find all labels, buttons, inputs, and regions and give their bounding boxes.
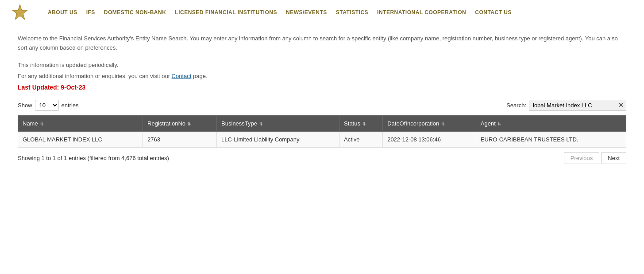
main-content: Welcome to the Financial Services Author… (0, 25, 644, 177)
contact-info: For any additional information or enquir… (18, 73, 626, 79)
search-input[interactable] (529, 100, 626, 111)
table-row: GLOBAL MARKET INDEX LLC2763LLC-Limited L… (18, 131, 626, 147)
entries-label: entries (62, 102, 79, 109)
cell-status: Active (339, 131, 383, 147)
table-footer: Showing 1 to 1 of 1 entries (filtered fr… (18, 152, 626, 164)
table-body: GLOBAL MARKET INDEX LLC2763LLC-Limited L… (18, 131, 626, 147)
last-updated: Last Updated: 9-Oct-23 (18, 84, 626, 91)
cell-businessType: LLC-Limited Liability Company (217, 131, 339, 147)
sort-icon-name: ⇅ (40, 121, 43, 126)
clear-search-icon[interactable]: ✕ (618, 102, 624, 109)
data-table: Name⇅RegistrationNo⇅BusinessType⇅Status⇅… (18, 115, 626, 148)
updated-info: This information is updated periodically… (18, 62, 626, 68)
logo-area (9, 4, 35, 21)
sort-icon-regNo: ⇅ (187, 121, 191, 126)
main-nav: ABOUT USIFSDOMESTIC NON-BANKLICENSED FIN… (43, 8, 635, 17)
nav-bar: ABOUT USIFSDOMESTIC NON-BANKLICENSED FIN… (0, 0, 644, 25)
col-header-regNo[interactable]: RegistrationNo⇅ (143, 115, 217, 131)
table-header-row: Name⇅RegistrationNo⇅BusinessType⇅Status⇅… (18, 115, 626, 131)
contact-link[interactable]: Contact (172, 73, 192, 79)
cell-regNo: 2763 (143, 131, 217, 147)
previous-button[interactable]: Previous (564, 152, 600, 164)
search-area: Search: ✕ (506, 100, 626, 111)
cell-dateOfIncorporation: 2022-12-08 13:06:46 (383, 131, 476, 147)
sort-icon-businessType: ⇅ (259, 121, 262, 126)
sort-icon-dateOfIncorporation: ⇅ (441, 121, 444, 126)
col-header-status[interactable]: Status⇅ (339, 115, 383, 131)
nav-link-statistics[interactable]: STATISTICS (332, 8, 373, 17)
nav-link-contact-us[interactable]: CONTACT US (470, 8, 516, 17)
table-controls-top: Show 102550100 entries Search: ✕ (18, 100, 626, 111)
nav-link-about-us[interactable]: ABOUT US (43, 8, 82, 17)
table-header: Name⇅RegistrationNo⇅BusinessType⇅Status⇅… (18, 115, 626, 131)
last-updated-label: Last Updated: (18, 84, 59, 91)
cell-agent: EURO-CARIBBEAN TRUSTEES LTD. (476, 131, 626, 147)
col-header-name[interactable]: Name⇅ (18, 115, 143, 131)
logo-icon (9, 4, 31, 21)
contact-text-after: page. (191, 73, 207, 79)
nav-link-licensed-financial[interactable]: LICENSED FINANCIAL INSTITUTIONS (170, 8, 282, 17)
search-label: Search: (506, 102, 526, 109)
col-header-agent[interactable]: Agent⇅ (476, 115, 626, 131)
next-button[interactable]: Next (601, 152, 626, 164)
col-header-businessType[interactable]: BusinessType⇅ (217, 115, 339, 131)
show-label: Show (18, 102, 32, 109)
last-updated-date: 9-Oct-23 (61, 84, 85, 91)
cell-name: GLOBAL MARKET INDEX LLC (18, 131, 143, 147)
search-input-wrapper: ✕ (529, 100, 626, 111)
show-entries: Show 102550100 entries (18, 100, 79, 111)
entries-select[interactable]: 102550100 (35, 100, 59, 111)
nav-link-news-events[interactable]: NEWS/EVENTS (282, 8, 332, 17)
nav-link-international[interactable]: INTERNATIONAL COOPERATION (373, 8, 470, 17)
sort-icon-status: ⇅ (362, 121, 366, 126)
svg-marker-0 (12, 4, 27, 20)
col-header-dateOfIncorporation[interactable]: DateOfIncorporation⇅ (383, 115, 476, 131)
pagination: Previous Next (564, 152, 626, 164)
contact-text-before: For any additional information or enquir… (18, 73, 172, 79)
intro-text: Welcome to the Financial Services Author… (18, 34, 626, 53)
nav-link-ifs[interactable]: IFS (82, 8, 100, 17)
showing-info: Showing 1 to 1 of 1 entries (filtered fr… (18, 155, 169, 161)
sort-icon-agent: ⇅ (497, 121, 501, 126)
nav-link-domestic-non-bank[interactable]: DOMESTIC NON-BANK (100, 8, 171, 17)
